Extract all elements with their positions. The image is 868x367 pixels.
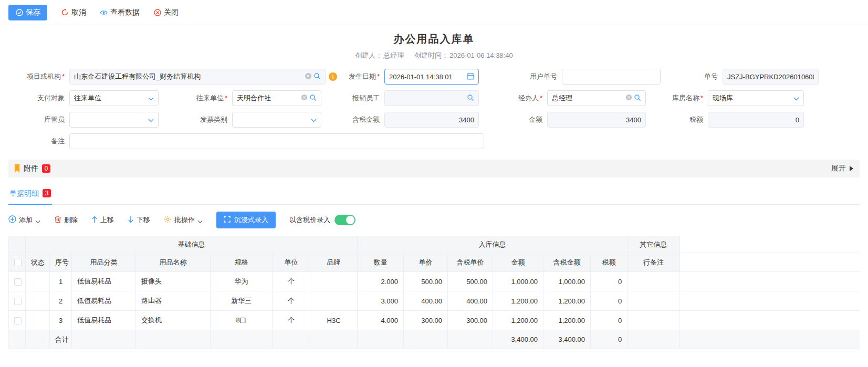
header-spacer — [9, 236, 26, 253]
cell-amount: 1,000.00 — [493, 272, 543, 291]
cancel-label: 取消 — [71, 8, 86, 17]
row-checkbox[interactable] — [14, 317, 22, 324]
amount-input: 3400 — [547, 112, 646, 128]
search-icon[interactable] — [313, 72, 321, 81]
cell-spec[interactable]: 华为 — [211, 272, 273, 291]
user-no-input[interactable] — [562, 69, 661, 85]
search-icon[interactable] — [634, 94, 641, 103]
cell-brand[interactable]: H3C — [310, 311, 358, 330]
field-amount: 金额 3400 — [488, 112, 651, 128]
remark-input[interactable] — [69, 133, 484, 149]
tax-label: 税额 — [651, 115, 708, 124]
calendar-icon[interactable] — [467, 72, 474, 81]
cell-name[interactable]: 摄像头 — [136, 272, 211, 291]
cell-qty[interactable]: 2.000 — [358, 272, 404, 291]
cell-tax-amount: 1,200.00 — [543, 311, 591, 330]
occur-date-input[interactable]: 2026-01-01 14:38:01 — [384, 69, 479, 85]
project-input[interactable]: 山东金石建设工程有限公司_财务结算机构 — [69, 69, 326, 85]
amount-label: 金额 — [488, 115, 547, 124]
handler-input[interactable]: 总经理 — [547, 90, 646, 106]
cell-name[interactable]: 路由器 — [136, 291, 211, 311]
cell-row-remark[interactable] — [628, 272, 680, 291]
cell-brand[interactable] — [310, 291, 358, 311]
detail-table: 基础信息 入库信息 其它信息 状态 序号 用品分类 用品名称 规格 单位 品牌 … — [8, 236, 860, 349]
reimburse-staff-input[interactable] — [384, 90, 479, 106]
search-icon[interactable] — [467, 94, 474, 103]
tax-incl-amount-label: 含税金额 — [326, 115, 384, 124]
clear-icon[interactable] — [301, 94, 308, 102]
total-tax-amount: 3,400.00 — [543, 330, 591, 349]
cell-category[interactable]: 低值易耗品 — [72, 272, 136, 291]
pay-target-select[interactable]: 往来单位 — [69, 90, 159, 106]
tax-price-toggle[interactable] — [334, 215, 355, 225]
move-up-button[interactable]: 上移 — [91, 215, 114, 225]
batch-operation-button[interactable]: 批操作 — [164, 215, 203, 225]
cell-tax-price[interactable]: 300.00 — [448, 311, 493, 330]
cell-price[interactable]: 500.00 — [404, 272, 448, 291]
row-checkbox[interactable] — [14, 278, 22, 286]
warehouse-keeper-label: 库管员 — [8, 115, 69, 124]
cell-seq: 1 — [50, 272, 72, 291]
tab-detail[interactable]: 单据明细 3 — [8, 187, 52, 205]
save-label: 保存 — [26, 8, 40, 17]
cell-price[interactable]: 400.00 — [404, 291, 448, 311]
field-user-no: 用户单号 — [503, 69, 666, 85]
immersive-entry-button[interactable]: 沉浸式录入 — [216, 212, 276, 228]
cell-seq: 3 — [50, 311, 72, 330]
view-data-button[interactable]: 查看数据 — [100, 8, 140, 17]
cell-qty[interactable]: 4.000 — [358, 311, 404, 330]
cell-tax-amount: 1,200.00 — [543, 291, 591, 311]
clear-icon[interactable] — [305, 72, 312, 81]
row-checkbox[interactable] — [14, 298, 22, 305]
invoice-type-select[interactable] — [232, 112, 321, 128]
info-icon[interactable]: i — [329, 72, 337, 81]
cell-seq: 2 — [50, 291, 72, 311]
warehouse-select[interactable]: 现场库 — [708, 90, 804, 106]
cell-spec[interactable]: 新华三 — [211, 291, 273, 311]
cell-qty[interactable]: 3.000 — [358, 291, 404, 311]
field-tax-incl-amount: 含税金额 3400 — [326, 112, 488, 128]
table-row: 3 低值易耗品 交换机 8口 个 H3C 4.000 300.00 300.00… — [9, 311, 860, 330]
warehouse-label: 库房名称 — [651, 93, 708, 103]
close-button[interactable]: 关闭 — [153, 8, 179, 17]
field-partner: 往来单位 天明合作社 — [168, 90, 326, 106]
delete-button[interactable]: 删除 — [54, 215, 78, 225]
cell-row-remark[interactable] — [628, 311, 680, 330]
creator-value: 总经理 — [383, 51, 404, 59]
cell-unit[interactable]: 个 — [273, 291, 310, 311]
save-button[interactable]: 保存 — [8, 5, 47, 20]
cell-tax-price[interactable]: 500.00 — [448, 272, 493, 291]
partner-input[interactable]: 天明合作社 — [232, 90, 321, 106]
cell-category[interactable]: 低值易耗品 — [72, 311, 136, 330]
tax-price-toggle-wrap: 以含税价录入 — [289, 215, 355, 225]
field-handler: 经办人 总经理 — [488, 90, 651, 106]
partner-label: 往来单位 — [168, 93, 232, 103]
total-spacer — [310, 330, 358, 349]
cell-spec[interactable]: 8口 — [211, 311, 273, 330]
add-button[interactable]: 添加 — [8, 215, 40, 225]
col-qty: 数量 — [358, 253, 404, 272]
cell-tax-price[interactable]: 400.00 — [448, 291, 493, 311]
cell-price[interactable]: 300.00 — [404, 311, 448, 330]
clear-icon[interactable] — [625, 94, 632, 102]
col-row-remark: 行备注 — [628, 253, 680, 272]
cell-name[interactable]: 交换机 — [136, 311, 211, 330]
cell-unit[interactable]: 个 — [273, 311, 310, 330]
total-tax: 0 — [591, 330, 628, 349]
cell-row-remark[interactable] — [628, 291, 680, 311]
warehouse-keeper-select[interactable] — [69, 112, 159, 128]
user-no-label: 用户单号 — [503, 72, 562, 81]
expand-arrow-icon — [850, 166, 853, 171]
row-select-cell — [9, 291, 26, 311]
move-down-button[interactable]: 下移 — [128, 215, 150, 225]
expand-button[interactable]: 展开 — [831, 164, 853, 173]
cell-brand[interactable] — [310, 272, 358, 291]
chevron-down-icon — [793, 95, 799, 102]
select-all-checkbox[interactable] — [14, 259, 22, 266]
field-invoice-type: 发票类别 — [168, 112, 326, 128]
cell-category[interactable]: 低值易耗品 — [72, 291, 136, 311]
search-icon[interactable] — [309, 94, 317, 103]
check-circle-icon — [15, 8, 23, 16]
cancel-button[interactable]: 取消 — [61, 8, 86, 17]
cell-unit[interactable]: 个 — [273, 272, 310, 291]
